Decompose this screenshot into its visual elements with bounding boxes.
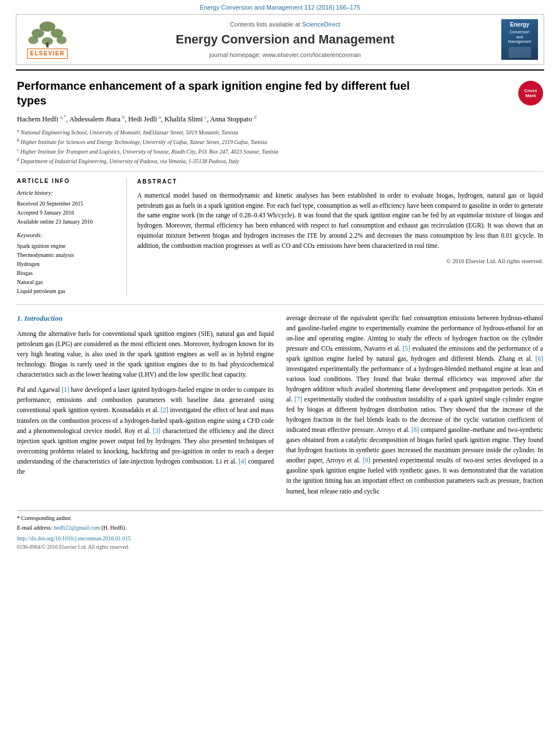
keywords-section: Keywords: Spark ignition engine Thermody… (17, 231, 119, 295)
intro-left-col: 1. Introduction Among the alternative fu… (17, 313, 274, 501)
journal-icon-box: Energy Conversion and Management (501, 19, 538, 60)
article-history-label: Article history: (17, 189, 119, 198)
crossmark-badge: CrossMark (518, 81, 543, 106)
intro-para-right-1: average decrease of the equivalent speci… (286, 313, 543, 496)
elsevier-tree-icon (28, 21, 67, 48)
keyword-2: Thermodynamic analysis (17, 251, 119, 259)
keyword-5: Natural gas (17, 278, 119, 286)
ref-5[interactable]: [5] (403, 345, 410, 352)
journal-homepage: journal homepage: www.elsevier.com/locat… (78, 51, 492, 59)
svg-rect-6 (46, 42, 49, 47)
introduction-section: 1. Introduction Among the alternative fu… (17, 313, 543, 501)
keyword-4: Biogas (17, 269, 119, 277)
elsevier-logo-area: ELSEVIER (22, 21, 73, 59)
keywords-label: Keywords: (17, 231, 119, 240)
copyright-line: © 2016 Elsevier Ltd. All rights reserved… (137, 257, 543, 266)
abstract-panel: ABSTRACT A numerical model based on ther… (137, 177, 543, 296)
svg-point-3 (28, 36, 38, 44)
doi-link[interactable]: http://dx.doi.org/10.1016/j.enconman.201… (17, 535, 131, 541)
header-divider (16, 69, 544, 71)
affiliations: a National Engineering School, Universit… (17, 128, 543, 165)
section-title: Introduction (24, 314, 63, 322)
issn-line: 0196-8904/© 2016 Elsevier Ltd. All right… (17, 544, 543, 551)
intro-para-2: Pal and Agarwal [1] have developed a las… (17, 385, 274, 476)
sciencedirect-link[interactable]: ScienceDirect (302, 21, 340, 28)
article-info-panel: ARTICLE INFO Article history: Received 2… (17, 177, 127, 296)
ref-2[interactable]: [2] (160, 407, 168, 413)
article-abstract-row: ARTICLE INFO Article history: Received 2… (17, 171, 543, 296)
ref-7[interactable]: [7] (295, 396, 302, 403)
journal-title: Energy Conversion and Management (78, 31, 492, 49)
email-link[interactable]: hedfi22@gmail.com (54, 525, 100, 531)
header-center: Contents lists available at ScienceDirec… (78, 20, 492, 60)
paper-content: Performance enhancement of a spark ignit… (17, 78, 543, 296)
paper-title: Performance enhancement of a spark ignit… (17, 78, 412, 108)
journal-citation: Energy Conversion and Management 112 (20… (200, 4, 360, 11)
corresponding-author-note: * Corresponding author. (17, 514, 543, 522)
ref-6[interactable]: [6] (536, 355, 543, 362)
body-divider (17, 304, 543, 305)
ref-3[interactable]: [3] (153, 427, 160, 434)
keyword-3: Hydrogen (17, 260, 119, 268)
ref-1[interactable]: [1] (62, 386, 69, 393)
keyword-6: Liquid petroleum gas (17, 287, 119, 295)
svg-point-5 (56, 36, 67, 44)
ref-4[interactable]: [4] (239, 458, 246, 465)
email-note: E-mail address: hedfi22@gmail.com (H. He… (17, 524, 543, 532)
article-info-title: ARTICLE INFO (17, 177, 119, 185)
ref-8[interactable]: [8] (412, 426, 419, 433)
abstract-title: ABSTRACT (137, 177, 543, 186)
authors-line: Hachem Hedfi a,*, Abdessalem Jbara b, He… (17, 113, 543, 125)
citation-bar: Energy Conversion and Management 112 (20… (0, 0, 560, 14)
received-date: Received 20 September 2015 (17, 200, 119, 208)
keyword-1: Spark ignition engine (17, 242, 119, 250)
ref-9[interactable]: [9] (363, 457, 370, 464)
footnotes-section: * Corresponding author. E-mail address: … (17, 510, 543, 551)
intro-para-1: Among the alternative fuels for conventi… (17, 329, 274, 379)
doi-line: http://dx.doi.org/10.1016/j.enconman.201… (17, 535, 543, 543)
intro-right-col: average decrease of the equivalent speci… (286, 313, 543, 501)
journal-header: ELSEVIER Contents lists available at Sci… (16, 14, 544, 65)
section-heading: 1. Introduction (17, 313, 274, 324)
accepted-date: Accepted 9 January 2016 (17, 209, 119, 217)
journal-icon-area: Energy Conversion and Management (497, 19, 538, 60)
contents-available: Contents lists available at ScienceDirec… (78, 20, 492, 29)
elsevier-label: ELSEVIER (27, 49, 67, 59)
available-date: Available online 23 January 2016 (17, 218, 119, 226)
abstract-text: A numerical model based on thermodynamic… (137, 191, 543, 251)
section-number: 1. (17, 314, 23, 322)
